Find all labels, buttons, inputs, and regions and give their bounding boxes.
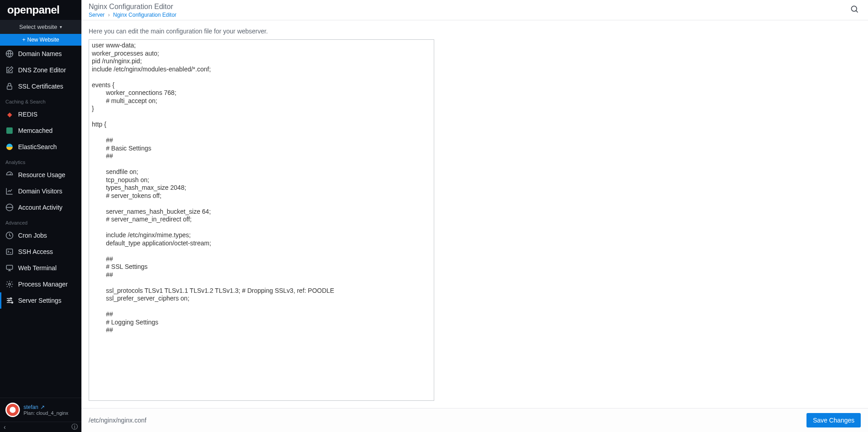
breadcrumb-current: Nginx Configuration Editor: [113, 12, 176, 18]
sidebar-item-label: Web Terminal: [18, 264, 57, 272]
sidebar-item-label: DNS Zone Editor: [18, 66, 66, 74]
sidebar-item-label: Process Manager: [18, 281, 68, 288]
sidebar-item-resource-usage[interactable]: Resource Usage: [0, 167, 81, 183]
chevron-right-icon: ›: [108, 12, 110, 18]
chevron-down-icon: ▾: [60, 24, 62, 29]
sidebar-item-label: Account Activity: [18, 204, 62, 211]
sliders-icon: [5, 296, 14, 305]
clock-icon: [5, 231, 14, 239]
brand-logo: openpanel: [0, 0, 81, 20]
sidebar-item-redis[interactable]: ◆ REDIS: [0, 106, 81, 122]
config-editor[interactable]: [89, 39, 434, 401]
terminal-icon: [5, 248, 14, 256]
redis-icon: ◆: [5, 110, 14, 118]
sidebar-item-label: REDIS: [18, 111, 38, 118]
elasticsearch-icon: [5, 143, 14, 151]
avatar-icon: [5, 403, 20, 417]
breadcrumb-root[interactable]: Server: [89, 12, 104, 18]
svg-point-11: [9, 407, 15, 413]
user-footer: stefan ↗ Plan: cloud_4_nginx: [0, 398, 81, 422]
file-path: /etc/nginx/nginx.conf: [89, 417, 147, 424]
sidebar-item-label: ElasticSearch: [18, 143, 57, 150]
sidebar-item-web-terminal[interactable]: Web Terminal: [0, 260, 81, 276]
search-icon: [850, 5, 859, 14]
sidebar-item-label: Cron Jobs: [18, 232, 47, 239]
footer-bar: /etc/nginx/nginx.conf Save Changes: [81, 408, 868, 432]
collapse-sidebar-button[interactable]: ‹: [4, 423, 6, 431]
world-icon: [5, 203, 14, 211]
sidebar-item-domain-visitors[interactable]: Domain Visitors: [0, 183, 81, 199]
svg-rect-5: [6, 265, 13, 269]
gauge-icon: [5, 171, 14, 179]
user-name-text: stefan: [24, 404, 38, 410]
sidebar-item-label: Server Settings: [18, 297, 62, 304]
page-title: Nginx Configuration Editor: [89, 3, 176, 11]
user-name-link[interactable]: stefan ↗: [24, 404, 68, 410]
sidebar: openpanel Select website ▾ + New Website…: [0, 0, 81, 432]
sidebar-item-process-manager[interactable]: Process Manager: [0, 276, 81, 292]
external-link-icon: ↗: [40, 404, 45, 410]
svg-rect-1: [7, 86, 12, 89]
content-area: Here you can edit the main configuration…: [81, 20, 868, 408]
website-selector[interactable]: Select website ▾: [0, 20, 81, 34]
sidebar-item-ssh-access[interactable]: SSH Access: [0, 244, 81, 260]
sidebar-item-dns-zone-editor[interactable]: DNS Zone Editor: [0, 62, 81, 78]
sidebar-item-elasticsearch[interactable]: ElasticSearch: [0, 139, 81, 155]
sidebar-item-label: Memcached: [18, 127, 52, 134]
sidebar-bottom-bar: ‹ ⓘ: [0, 422, 81, 432]
info-icon[interactable]: ⓘ: [71, 423, 78, 431]
sidebar-item-label: Resource Usage: [18, 171, 65, 178]
monitor-icon: [5, 264, 14, 272]
sidebar-item-label: SSH Access: [18, 248, 53, 255]
svg-point-7: [10, 298, 12, 299]
sidebar-item-ssl-certificates[interactable]: SSL Certificates: [0, 78, 81, 94]
intro-text: Here you can edit the main configuration…: [89, 28, 861, 35]
website-selector-label: Select website: [19, 23, 57, 30]
lock-icon: [5, 82, 14, 90]
new-website-button[interactable]: + New Website: [0, 34, 81, 46]
svg-rect-4: [6, 249, 13, 254]
sidebar-section-advanced: Advanced: [0, 216, 81, 227]
sidebar-item-cron-jobs[interactable]: Cron Jobs: [0, 227, 81, 244]
sidebar-item-label: Domain Names: [18, 50, 62, 57]
sidebar-nav: Domain Names DNS Zone Editor SSL Certifi…: [0, 46, 81, 398]
avatar[interactable]: [5, 403, 20, 417]
new-website-label: New Website: [27, 37, 59, 43]
topbar: Nginx Configuration Editor Server › Ngin…: [81, 0, 868, 20]
globe-icon: [5, 50, 14, 58]
sidebar-item-domain-names[interactable]: Domain Names: [0, 46, 81, 62]
edit-icon: [5, 66, 14, 74]
breadcrumb: Server › Nginx Configuration Editor: [89, 12, 176, 18]
memcached-icon: [5, 127, 14, 135]
sidebar-section-analytics: Analytics: [0, 155, 81, 167]
svg-point-12: [851, 6, 857, 11]
svg-point-8: [8, 300, 9, 301]
user-plan: Plan: cloud_4_nginx: [24, 410, 68, 416]
main-content: Nginx Configuration Editor Server › Ngin…: [81, 0, 868, 432]
sidebar-item-account-activity[interactable]: Account Activity: [0, 199, 81, 216]
svg-point-6: [9, 283, 11, 286]
save-button[interactable]: Save Changes: [806, 413, 861, 427]
sidebar-item-server-settings[interactable]: Server Settings: [0, 292, 81, 309]
sidebar-item-label: SSL Certificates: [18, 83, 63, 90]
sidebar-item-memcached[interactable]: Memcached: [0, 122, 81, 139]
plus-icon: +: [22, 37, 25, 43]
search-button[interactable]: [848, 3, 861, 17]
sidebar-item-label: Domain Visitors: [18, 188, 62, 195]
chart-icon: [5, 187, 14, 195]
gear-icon: [5, 280, 14, 288]
sidebar-section-caching: Caching & Search: [0, 94, 81, 106]
